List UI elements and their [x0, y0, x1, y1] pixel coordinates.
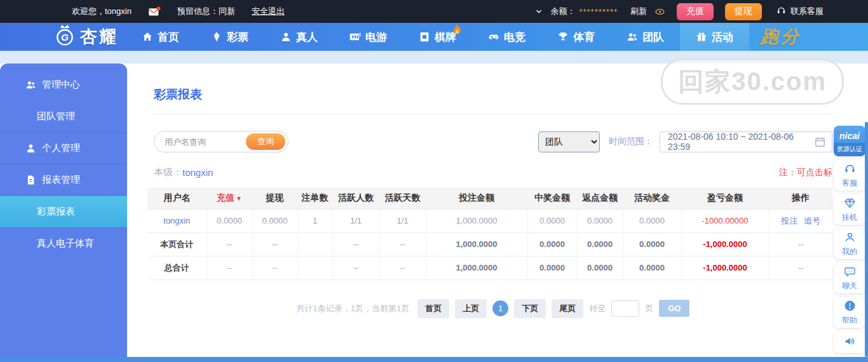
- action-link[interactable]: 投注: [781, 216, 797, 225]
- col-header-1[interactable]: 充值▼: [207, 187, 252, 209]
- contact-service[interactable]: 联系客服: [776, 6, 824, 17]
- nav-item-2[interactable]: 真人: [264, 23, 334, 51]
- team-icon: [627, 31, 638, 43]
- sidebar-item-label: 团队管理: [37, 111, 75, 123]
- nav-items: 首页彩票真人电游棋牌电竞体育团队活动: [126, 23, 749, 51]
- table-cell: -1000.00000: [681, 209, 769, 232]
- balance-value: **********: [579, 7, 618, 17]
- table-cell: 0.0000: [577, 209, 623, 232]
- col-header-3[interactable]: 注单数: [297, 187, 332, 209]
- message-icon[interactable]: [148, 6, 161, 17]
- floatbar-item-label: 帮助: [842, 315, 857, 326]
- home-icon: [142, 31, 153, 43]
- sidebar-item-4[interactable]: 彩票报表: [0, 196, 127, 227]
- hangup-icon: [844, 197, 856, 211]
- action-link[interactable]: 追号: [804, 216, 820, 225]
- withdraw-button[interactable]: 提现: [725, 3, 762, 20]
- nav-item-label: 团队: [642, 30, 664, 44]
- award-badge[interactable]: nicai 奖源认证: [834, 126, 865, 156]
- nav-item-8[interactable]: 活动: [680, 23, 749, 51]
- nav-item-5[interactable]: 电竞: [472, 23, 541, 51]
- floatbar-item-1[interactable]: 挂机: [834, 194, 865, 225]
- user-icon: [25, 143, 36, 154]
- user-link[interactable]: tongxin: [147, 209, 207, 232]
- floatbar-item-3[interactable]: 聊天: [834, 263, 865, 293]
- table-cell: --: [252, 256, 297, 279]
- sidebar-item-label: 彩票报表: [37, 206, 75, 218]
- floatbar-items: 客服挂机我的聊天帮助: [834, 160, 865, 328]
- floatbar-item-0[interactable]: 客服: [834, 160, 865, 191]
- egame-icon: [349, 31, 361, 43]
- horizontal-scrollbar[interactable]: [0, 357, 868, 362]
- team-select[interactable]: 团队: [538, 131, 600, 152]
- sidebar-item-1[interactable]: 团队管理: [0, 100, 127, 132]
- table-cell: --: [379, 232, 426, 256]
- nav-item-0[interactable]: 首页: [126, 23, 195, 51]
- nav-item-label: 真人: [296, 30, 318, 44]
- recharge-button[interactable]: 充值: [677, 3, 714, 20]
- col-header-5[interactable]: 活跃天数: [379, 187, 426, 209]
- actions-cell: 投注追号: [769, 209, 832, 232]
- current-page[interactable]: 1: [492, 300, 508, 316]
- table-cell: --: [252, 232, 297, 256]
- col-header-2[interactable]: 提现: [252, 187, 297, 209]
- nav-item-6[interactable]: 体育: [541, 23, 611, 51]
- award-badge-text: nicai: [839, 131, 860, 141]
- goto-page-input[interactable]: [611, 300, 639, 317]
- headset-icon: [776, 6, 787, 17]
- col-header-6[interactable]: 投注金额: [426, 187, 527, 209]
- nav-item-3[interactable]: 电游: [334, 23, 403, 51]
- award-badge-title: nicai: [834, 126, 865, 143]
- nav-item-label: 首页: [158, 30, 179, 44]
- col-header-8[interactable]: 返点金额: [577, 187, 623, 209]
- nav-item-label: 电游: [365, 30, 387, 44]
- col-header-9[interactable]: 活动奖金: [623, 187, 681, 209]
- refresh-link[interactable]: 刷新: [630, 6, 647, 17]
- eye-icon[interactable]: [654, 6, 665, 17]
- chess-icon: [419, 31, 430, 43]
- logout-link[interactable]: 安全退出: [252, 6, 285, 17]
- welcome-text: 欢迎您，tongxin: [72, 6, 132, 17]
- floatbar-item-4[interactable]: 帮助: [834, 297, 865, 328]
- last-page-button[interactable]: 尾页: [552, 299, 583, 318]
- col-header-7[interactable]: 中奖金额: [527, 187, 577, 209]
- sidebar-item-2[interactable]: 个人管理: [0, 132, 127, 164]
- search-input[interactable]: [165, 137, 241, 147]
- col-header-10[interactable]: 盈亏金额: [681, 187, 769, 209]
- nav-item-7[interactable]: 团队: [611, 23, 680, 51]
- reserved-info: 预留信息：同新: [177, 6, 235, 17]
- table-cell: 0.0000: [527, 209, 577, 232]
- search-button[interactable]: 查询: [246, 133, 285, 150]
- sidebar-item-5[interactable]: 真人电子体育: [0, 227, 127, 259]
- col-header-0[interactable]: 用户名: [147, 187, 207, 209]
- sidebar-item-3[interactable]: 报表管理: [0, 164, 127, 196]
- table-cell: 1/1: [332, 209, 379, 232]
- paofen-text[interactable]: 跑分: [760, 25, 803, 49]
- chevron-down-icon[interactable]: [535, 8, 543, 15]
- sound-button[interactable]: [834, 332, 865, 353]
- first-page-button[interactable]: 首页: [417, 299, 449, 318]
- level-user-link[interactable]: tongxin: [182, 167, 213, 178]
- contact-service-label: 联系客服: [790, 6, 824, 17]
- nav-item-1[interactable]: 彩票: [195, 23, 264, 51]
- floatbar-item-2[interactable]: 我的: [834, 229, 865, 259]
- calendar-icon[interactable]: [814, 136, 826, 148]
- go-button[interactable]: GO: [659, 300, 689, 317]
- col-header-4[interactable]: 活跃人数: [332, 187, 379, 209]
- nav-item-label: 活动: [712, 30, 733, 44]
- chat-icon: [844, 265, 856, 279]
- help-icon: [844, 300, 856, 314]
- sidebar-item-0[interactable]: 管理中心: [0, 69, 127, 100]
- table-cell: --: [332, 232, 379, 256]
- floatbar-item-label: 聊天: [842, 281, 857, 292]
- date-range-input[interactable]: 2021-08-06 10:10 ~ 2021-08-06 23:59: [660, 131, 832, 152]
- next-page-button[interactable]: 下页: [514, 299, 546, 318]
- logo[interactable]: G 杏耀: [53, 23, 118, 51]
- navbar: G 杏耀 首页彩票真人电游棋牌电竞体育团队活动 跑分: [0, 23, 868, 51]
- time-range-label: 时间范围：: [609, 136, 653, 147]
- prev-page-button[interactable]: 上页: [455, 299, 487, 318]
- col-header-11[interactable]: 操作: [769, 187, 832, 209]
- vertical-scrollbar[interactable]: [865, 122, 868, 357]
- sidebar-item-label: 报表管理: [42, 174, 80, 186]
- nav-item-4[interactable]: 棋牌: [403, 23, 472, 51]
